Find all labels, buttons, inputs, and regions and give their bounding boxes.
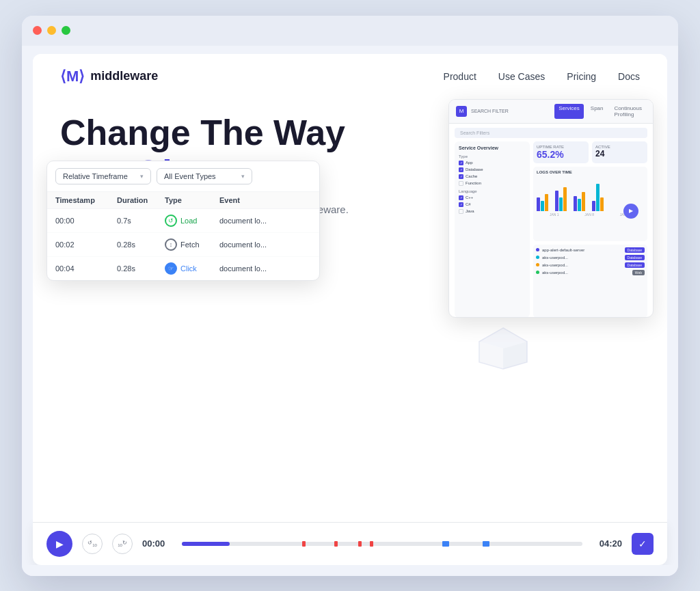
chart-area: LOGS OVER TIME — [533, 167, 647, 241]
progress-markers — [182, 542, 582, 546]
filter-cache: ✓ Cache — [459, 174, 526, 179]
forward-icon: 10↻ — [118, 540, 127, 547]
titlebar — [22, 16, 678, 46]
service-tag-0: Database — [625, 247, 645, 253]
bar — [559, 197, 563, 211]
events-table: Relative Timeframe ▾ All Event Types ▾ T… — [46, 161, 320, 281]
lang-cpp: ✓ C++ — [459, 195, 526, 200]
db-label: Database — [466, 167, 483, 171]
filter-function: Function — [459, 181, 526, 186]
lang-java: Java — [459, 209, 526, 214]
nav-use-cases[interactable]: Use Cases — [498, 71, 545, 82]
bar — [541, 201, 544, 211]
x-label-jan8: JAN 8 — [584, 212, 594, 217]
row2-timestamp: 00:02 — [55, 240, 117, 249]
col-timestamp: Timestamp — [55, 196, 117, 204]
dot-icon — [536, 263, 539, 266]
dashboard-header: M SEARCH FILTER Services Span Continuous… — [449, 100, 653, 124]
col-event: Event — [219, 196, 311, 204]
nav-pricing[interactable]: Pricing — [567, 71, 596, 82]
cpp-checkbox[interactable]: ✓ — [459, 195, 463, 200]
check-button[interactable]: ✓ — [632, 533, 654, 555]
col-duration: Duration — [117, 196, 165, 204]
app-checkbox[interactable]: ✓ — [459, 161, 463, 165]
dash-sidebar: Service Overview Type ✓ App ✓ Database — [455, 141, 530, 318]
marker-red-1 — [302, 541, 306, 547]
3d-shape-svg — [476, 325, 530, 372]
minimize-button[interactable] — [47, 26, 56, 35]
tab-profiling[interactable]: Continuous Profiling — [610, 104, 646, 119]
rewind-icon: ↺10 — [88, 540, 97, 547]
bar-group-jan8 — [555, 187, 567, 211]
service-name-0: app-alert-default-server — [542, 248, 622, 252]
progress-bar[interactable] — [182, 542, 582, 546]
active-value: 24 — [595, 149, 644, 159]
marker-blue-1 — [442, 541, 449, 547]
java-checkbox[interactable] — [459, 209, 463, 214]
marker-red-3 — [358, 541, 362, 547]
row1-type-badge: ↺ Load — [165, 215, 219, 227]
bar-group-jan1 — [537, 194, 548, 211]
marker-red-4 — [370, 541, 373, 547]
shape-3d-decoration — [476, 325, 530, 372]
play-icon: ▶ — [56, 538, 64, 549]
rewind-button[interactable]: ↺10 — [82, 534, 103, 554]
click-icon: ☞ — [165, 262, 177, 275]
type-filter[interactable]: All Event Types ▾ — [157, 168, 252, 184]
db-checkbox[interactable]: ✓ — [459, 167, 463, 172]
hero-section: Change The Way You Observe nderstand, an… — [33, 99, 667, 386]
service-name-1: aks-userpod... — [542, 256, 622, 260]
cs-checkbox[interactable]: ✓ — [459, 202, 463, 207]
tab-span[interactable]: Span — [587, 104, 608, 119]
bar — [537, 197, 540, 211]
bar — [582, 192, 585, 211]
website-area: ⟨M⟩ middleware Product Use Cases Pricing… — [33, 54, 667, 522]
app-label: App — [466, 161, 473, 165]
filter-database: ✓ Database — [459, 167, 526, 172]
cpp-label: C++ — [466, 195, 473, 200]
forward-button[interactable]: 10↻ — [112, 534, 133, 554]
dot-icon — [536, 248, 539, 251]
service-row-1: aks-userpod... Database — [536, 255, 645, 260]
tab-services[interactable]: Services — [554, 104, 584, 119]
logo-text: middleware — [90, 69, 158, 83]
row1-duration: 0.7s — [117, 217, 165, 225]
window-content: ⟨M⟩ middleware Product Use Cases Pricing… — [22, 46, 678, 576]
row3-timestamp: 00:04 — [55, 264, 117, 273]
bar — [578, 199, 581, 211]
bar — [592, 201, 595, 211]
top-row: Service Overview Type ✓ App ✓ Database — [455, 141, 647, 318]
marker-red-2 — [334, 541, 338, 547]
x-label-jan1: JAN 1 — [550, 212, 559, 217]
bar — [574, 196, 577, 211]
kpi-uptime: UPTIME RATE 65.2% — [533, 141, 589, 163]
bar — [563, 187, 567, 211]
time-current: 00:00 — [142, 538, 172, 549]
service-row-0: app-alert-default-server Database — [536, 247, 645, 253]
logo-area: ⟨M⟩ middleware — [60, 68, 158, 85]
play-pause-button[interactable]: ▶ — [46, 531, 72, 557]
bar-chart: ▶ — [537, 177, 644, 211]
fn-checkbox[interactable] — [459, 181, 463, 186]
close-button[interactable] — [33, 26, 42, 35]
cache-checkbox[interactable]: ✓ — [459, 174, 463, 179]
play-button-overlay[interactable]: ▶ — [623, 204, 638, 219]
fn-label: Function — [466, 181, 481, 185]
nav-docs[interactable]: Docs — [618, 71, 640, 82]
service-name-3: aks-userpod... — [542, 271, 630, 275]
table-row: 00:04 0.28s ☞ Click document lo... — [47, 257, 319, 280]
maximize-button[interactable] — [62, 26, 70, 35]
bar-group-extra — [592, 184, 604, 211]
row1-type-text: Load — [180, 217, 197, 225]
service-row-3: aks-userpod... Web — [536, 270, 645, 275]
filter-title: SEARCH FILTER — [471, 109, 550, 113]
chart-title: LOGS OVER TIME — [537, 170, 644, 174]
load-icon: ↺ — [165, 215, 177, 227]
timeframe-filter[interactable]: Relative Timeframe ▾ — [55, 168, 151, 184]
search-bar[interactable]: Search Filters — [455, 128, 647, 138]
filter-row: Relative Timeframe ▾ All Event Types ▾ — [47, 161, 319, 192]
fetch-icon: ↕ — [165, 238, 177, 251]
player-bar: ▶ ↺10 10↻ 00:00 04:20 — [33, 522, 667, 565]
nav-product[interactable]: Product — [444, 71, 476, 82]
dashboard-overlay: M SEARCH FILTER Services Span Continuous… — [448, 99, 654, 318]
